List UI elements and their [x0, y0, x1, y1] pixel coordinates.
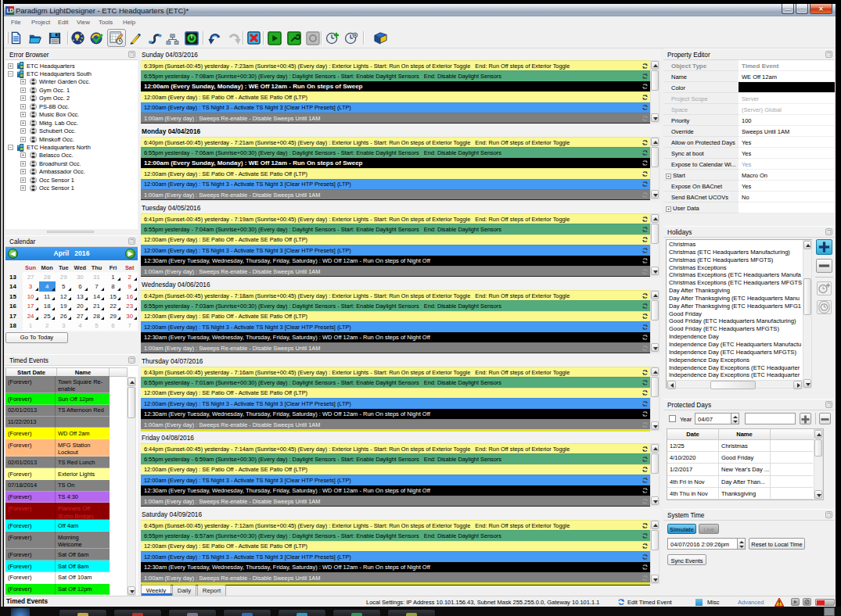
svg-text:LD: LD [6, 8, 13, 13]
